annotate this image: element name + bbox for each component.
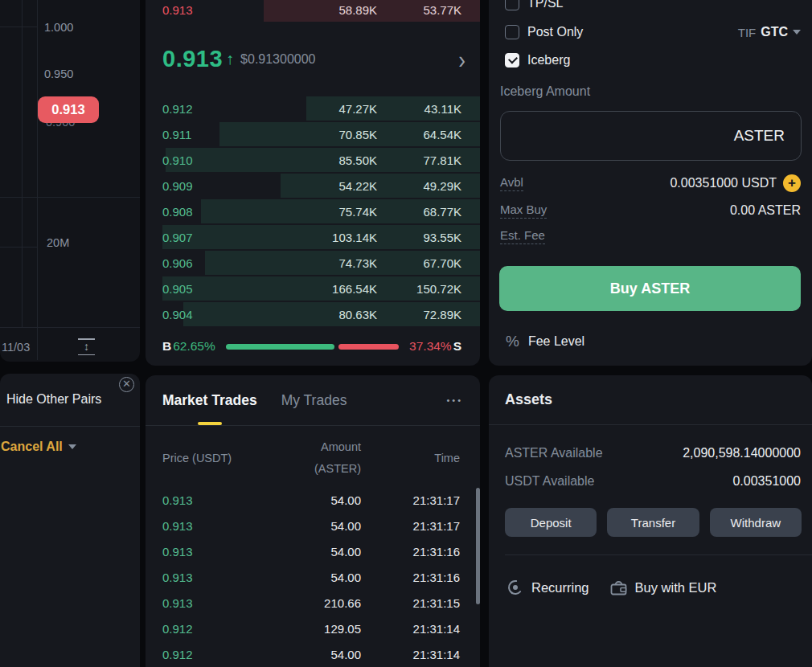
bid-depth-bar bbox=[205, 251, 480, 275]
trade-price: 0.913 bbox=[162, 596, 243, 610]
last-price-usd: $0.91300000 bbox=[240, 52, 315, 67]
add-funds-icon[interactable]: + bbox=[783, 174, 801, 192]
tab-my-trades[interactable]: My Trades bbox=[281, 375, 347, 425]
bid-price: 0.909 bbox=[162, 179, 243, 193]
max-buy-row: Max Buy 0.00 ASTER bbox=[500, 202, 801, 219]
chevron-right-icon[interactable]: › bbox=[458, 50, 465, 69]
trade-amount: 54.00 bbox=[243, 519, 361, 533]
recurring-icon bbox=[506, 578, 525, 597]
asset-label: ASTER Available bbox=[505, 446, 603, 460]
trade-row[interactable]: 0.91354.0021:31:16 bbox=[146, 564, 480, 590]
orderbook-ask-row[interactable]: 0.913 58.89K 53.77K bbox=[146, 0, 480, 23]
tif-value: GTC bbox=[761, 25, 788, 39]
avbl-label: Avbl bbox=[500, 175, 523, 191]
assets-actions: DepositTransferWithdraw bbox=[505, 508, 802, 537]
chevron-down-icon bbox=[68, 444, 76, 449]
deposit-button[interactable]: Deposit bbox=[505, 508, 597, 537]
sell-ratio-bar bbox=[338, 344, 399, 350]
trade-row[interactable]: 0.91354.0021:31:17 bbox=[146, 487, 480, 513]
post-only-row: Post Only TIF GTC bbox=[505, 23, 801, 41]
trade-price: 0.912 bbox=[162, 622, 243, 636]
trade-time: 21:31:14 bbox=[361, 622, 460, 636]
buy-sell-ratio-bar bbox=[226, 344, 399, 350]
chart-axis-separator bbox=[0, 327, 140, 328]
trade-time: 21:31:16 bbox=[361, 545, 460, 559]
recurring-link[interactable]: Recurring bbox=[506, 578, 589, 597]
tif-label: TIF bbox=[738, 26, 757, 39]
buy-with-eur-link[interactable]: Buy with EUR bbox=[609, 578, 717, 597]
trade-time: 21:31:16 bbox=[361, 571, 460, 584]
post-only-checkbox[interactable] bbox=[505, 25, 519, 39]
orderbook-bid-row[interactable]: 0.91085.50K77.81K bbox=[146, 147, 480, 173]
close-icon[interactable]: ✕ bbox=[119, 377, 134, 392]
time-axis-tick: 11/03 bbox=[2, 341, 30, 354]
tif-dropdown[interactable]: TIF GTC bbox=[738, 25, 801, 39]
trades-tabs: Market Trades My Trades ••• bbox=[146, 375, 480, 426]
bid-depth-bar bbox=[162, 276, 480, 301]
iceberg-checkbox-checked[interactable] bbox=[505, 53, 519, 68]
ask-depth-bar bbox=[264, 0, 480, 22]
order-form-panel: TP/SL Post Only TIF GTC Iceberg Iceberg … bbox=[489, 0, 812, 366]
trade-price: 0.913 bbox=[162, 519, 243, 533]
tpsl-checkbox[interactable] bbox=[505, 0, 519, 10]
trade-amount: 129.05 bbox=[243, 622, 361, 636]
trade-time: 21:31:17 bbox=[361, 519, 460, 533]
assets-title: Assets bbox=[489, 375, 812, 425]
asset-label: USDT Available bbox=[505, 474, 594, 489]
trade-row[interactable]: 0.91254.0021:31:14 bbox=[146, 641, 480, 667]
available-row: Avbl 0.00351000 USDT + bbox=[500, 174, 801, 192]
price-chart-panel[interactable]: 1.000 0.950 0.900 0.913 20M 11/03 ↕ bbox=[0, 0, 140, 362]
max-buy-value: 0.00 ASTER bbox=[730, 203, 801, 218]
wallet-icon bbox=[609, 578, 629, 597]
trade-row[interactable]: 0.913210.6621:31:15 bbox=[146, 590, 480, 616]
trade-row[interactable]: 0.912129.0521:31:14 bbox=[146, 616, 480, 641]
trade-price: 0.913 bbox=[162, 571, 243, 584]
trade-amount: 54.00 bbox=[243, 571, 361, 584]
chart-gridline-horizontal bbox=[0, 27, 37, 27]
more-options-icon[interactable]: ••• bbox=[446, 395, 463, 405]
bid-depth-bar bbox=[306, 96, 480, 121]
orderbook-bid-row[interactable]: 0.90480.63K72.89K bbox=[146, 301, 480, 327]
transfer-button[interactable]: Transfer bbox=[607, 508, 699, 537]
orderbook-bid-row[interactable]: 0.90954.22K49.29K bbox=[146, 173, 480, 198]
orderbook-bid-row[interactable]: 0.90875.74K68.77K bbox=[146, 198, 480, 224]
asset-balance-row: ASTER Available2,090,598.14000000 bbox=[505, 444, 801, 462]
price-axis-tick: 1.000 bbox=[44, 21, 73, 34]
last-price-row[interactable]: 0.913 ↑ $0.91300000 › bbox=[146, 23, 480, 96]
assets-panel: Assets ASTER Available2,090,598.14000000… bbox=[489, 375, 812, 667]
est-fee-label: Est. Fee bbox=[500, 228, 545, 244]
assets-balances: ASTER Available2,090,598.14000000USDT Av… bbox=[505, 444, 801, 490]
trade-amount: 54.00 bbox=[243, 545, 361, 559]
trade-price: 0.912 bbox=[162, 648, 243, 661]
bid-price: 0.912 bbox=[162, 102, 243, 116]
orderbook-bid-row[interactable]: 0.907103.14K93.55K bbox=[146, 224, 480, 250]
buy-sell-ratio-row: B 62.65% 37.34% S bbox=[146, 327, 480, 366]
trade-row[interactable]: 0.91354.0021:31:16 bbox=[146, 538, 480, 564]
fee-level-row[interactable]: % Fee Level bbox=[506, 333, 584, 350]
withdraw-button[interactable]: Withdraw bbox=[710, 508, 802, 537]
hide-other-pairs-label[interactable]: Hide Other Pairs bbox=[6, 392, 101, 407]
cancel-all-dropdown[interactable]: Cancel All bbox=[1, 440, 76, 454]
iceberg-row[interactable]: Iceberg bbox=[505, 51, 801, 69]
orderbook-bids: 0.91247.27K43.11K0.91170.85K64.54K0.9108… bbox=[146, 96, 480, 327]
orderbook-bid-row[interactable]: 0.90674.73K67.70K bbox=[146, 250, 480, 276]
trade-price: 0.913 bbox=[162, 545, 243, 559]
trade-amount: 54.00 bbox=[243, 493, 361, 507]
orderbook-bid-row[interactable]: 0.91170.85K64.54K bbox=[146, 121, 480, 147]
iceberg-amount-label: Iceberg Amount bbox=[500, 84, 590, 99]
chart-autofit-icon[interactable]: ↕ bbox=[76, 338, 96, 355]
bid-depth-bar bbox=[166, 148, 480, 172]
scrollbar-thumb[interactable] bbox=[476, 488, 480, 604]
orderbook-bid-row[interactable]: 0.905166.54K150.72K bbox=[146, 276, 480, 301]
tpsl-row[interactable]: TP/SL bbox=[505, 0, 801, 12]
post-only-label: Post Only bbox=[527, 25, 583, 39]
iceberg-amount-input[interactable]: ASTER bbox=[500, 111, 802, 161]
buy-aster-button[interactable]: Buy ASTER bbox=[499, 266, 801, 311]
trade-row[interactable]: 0.91354.0021:31:17 bbox=[146, 513, 480, 538]
orderbook-bid-row[interactable]: 0.91247.27K43.11K bbox=[146, 96, 480, 121]
chart-gridline-horizontal bbox=[0, 247, 37, 248]
buy-label: B bbox=[162, 339, 171, 354]
tab-market-trades[interactable]: Market Trades bbox=[162, 375, 257, 425]
last-price-axis-badge: 0.913 bbox=[38, 96, 99, 123]
trade-time: 21:31:15 bbox=[361, 596, 460, 610]
